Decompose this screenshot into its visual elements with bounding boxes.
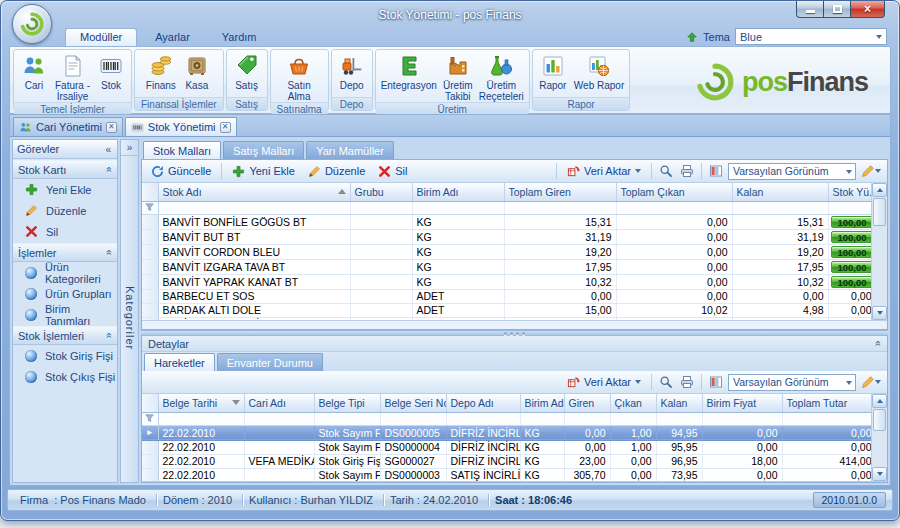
- scroll-up-icon[interactable]: [872, 183, 887, 197]
- expand-right-icon[interactable]: »: [121, 140, 138, 156]
- ribbon-button-rapor[interactable]: Rapor: [535, 52, 571, 91]
- ribbon-button-satin-alma[interactable]: Satın Alma: [281, 52, 317, 102]
- table-row[interactable]: ► BANVİT BONFİLE GÖGÜS BT KG 15,31 0,00 …: [142, 214, 871, 229]
- ribbon-button-finans[interactable]: Finans: [143, 52, 179, 91]
- restore-button[interactable]: [824, 1, 851, 18]
- sidebar-item-urun-kategorileri[interactable]: Ürün Kategorileri: [13, 262, 117, 283]
- sidebar-section-stok-karti[interactable]: Stok Kartı »: [13, 160, 117, 179]
- column-header-birim-adi[interactable]: Birim Adı: [520, 394, 564, 412]
- tab-hareketler[interactable]: Hareketler: [144, 353, 215, 371]
- tab-close-icon[interactable]: ✕: [106, 122, 117, 133]
- column-header-birim-adi[interactable]: Birim Adı: [412, 183, 504, 201]
- filter-cell[interactable]: [616, 201, 732, 214]
- ribbon-button-fatura-irsaliye[interactable]: Fatura - İrsaliye: [52, 52, 93, 102]
- customize-button[interactable]: [859, 374, 883, 390]
- filter-cell[interactable]: [446, 412, 520, 425]
- sidebar-item-stok-cikis-fisi[interactable]: Stok Çıkış Fişi: [13, 366, 117, 387]
- filter-cell[interactable]: [314, 412, 380, 425]
- print-button[interactable]: [678, 374, 696, 390]
- collapse-left-icon[interactable]: «: [103, 144, 113, 155]
- table-row[interactable]: ► BANVİT YAPRAK KANAT BT KG 10,32 0,00 1…: [142, 274, 871, 289]
- column-header-toplam-tutar[interactable]: Toplam Tutar: [782, 394, 871, 412]
- column-header-stok-adi[interactable]: Stok Adı: [158, 183, 350, 201]
- delete-button[interactable]: Sil: [373, 164, 412, 179]
- table-row[interactable]: ► BANVİT CORDON BLEU KG 19,20 0,00 19,20…: [142, 244, 871, 259]
- tab-close-icon[interactable]: ✕: [220, 122, 231, 133]
- minimize-button[interactable]: [796, 1, 824, 18]
- scroll-up-icon[interactable]: [872, 394, 887, 408]
- table-row[interactable]: ► BANVİT IZGARA TAVA BT KG 17,95 0,00 17…: [142, 259, 871, 274]
- tab-stok-mallari[interactable]: Stok Malları: [143, 141, 221, 159]
- filter-cell[interactable]: [350, 201, 412, 214]
- table-row[interactable]: ► BARDAK ALTI DOLE ADET 15,00 10,02 4,98…: [142, 303, 871, 317]
- ribbon-tab-ayarlar[interactable]: Ayarlar: [141, 29, 204, 46]
- filter-cell[interactable]: [244, 412, 314, 425]
- export-button[interactable]: Veri Aktar: [562, 375, 646, 390]
- filter-cell[interactable]: [520, 412, 564, 425]
- column-header-depo-adi[interactable]: Depo Adı: [446, 394, 520, 412]
- column-header-kalan[interactable]: Kalan: [732, 183, 828, 201]
- filter-cell[interactable]: [564, 412, 610, 425]
- sidebar-section-stok-islemleri[interactable]: Stok İşlemleri »: [13, 326, 117, 345]
- sidebar-item-birim-tanimlari[interactable]: Birim Tanımları: [13, 304, 117, 325]
- filter-cell[interactable]: [656, 412, 702, 425]
- column-header-cari-adi[interactable]: Cari Adı: [244, 394, 314, 412]
- filter-cell[interactable]: [158, 201, 350, 214]
- customize-button[interactable]: [859, 163, 883, 179]
- search-button[interactable]: [657, 374, 675, 390]
- collapse-up-icon[interactable]: »: [873, 341, 884, 347]
- print-button[interactable]: [678, 163, 696, 179]
- stock-filter-row[interactable]: [142, 201, 871, 214]
- ribbon-button-stok[interactable]: Stok: [93, 52, 129, 91]
- column-header-belge-tarihi[interactable]: Belge Tarihi: [158, 394, 244, 412]
- export-button[interactable]: Veri Aktar: [562, 164, 646, 179]
- ribbon-button-kasa[interactable]: Kasa: [179, 52, 215, 91]
- column-header-stok-yuzde[interactable]: Stok Yü...: [828, 183, 871, 201]
- doc-tab-stok-yonetimi[interactable]: Stok Yönetimi ✕: [125, 117, 237, 136]
- column-header-kalan[interactable]: Kalan: [656, 394, 702, 412]
- filter-cell[interactable]: [610, 412, 656, 425]
- table-row[interactable]: ► 22.02.2010 Stok Sayım Fişi DS0000005 D…: [142, 425, 871, 440]
- ribbon-tab-yardim[interactable]: Yardım: [208, 29, 271, 46]
- scrollbar-thumb[interactable]: [873, 409, 886, 431]
- collapsed-panel-kategoriler[interactable]: » Kategoriler: [120, 139, 139, 483]
- doc-tab-cari-yonetimi[interactable]: Cari Yönetimi ✕: [13, 117, 123, 136]
- filter-cell[interactable]: [412, 201, 504, 214]
- table-row[interactable]: ► BANVİT BUT BT KG 31,19 0,00 31,19 100,…: [142, 229, 871, 244]
- ribbon-tab-moduller[interactable]: Modüller: [65, 28, 137, 46]
- column-header-belge-tipi[interactable]: Belge Tipi: [314, 394, 380, 412]
- sidebar-item-stok-giris-fisi[interactable]: Stok Giriş Fişi: [13, 345, 117, 366]
- ribbon-button-web-rapor[interactable]: Web Rapor: [571, 52, 627, 91]
- filter-cell[interactable]: [158, 412, 244, 425]
- details-grid-scrollbar[interactable]: [871, 394, 887, 481]
- filter-cell[interactable]: [828, 201, 871, 214]
- search-button[interactable]: [657, 163, 675, 179]
- add-button[interactable]: Yeni Ekle: [227, 164, 299, 179]
- column-header-grubu[interactable]: Grubu: [350, 183, 412, 201]
- sidebar-item-urun-gruplari[interactable]: Ürün Grupları: [13, 283, 117, 304]
- filter-cell[interactable]: [702, 412, 782, 425]
- filter-cell[interactable]: [732, 201, 828, 214]
- column-header-toplam-giren[interactable]: Toplam Giren: [504, 183, 616, 201]
- sidebar-section-islemler[interactable]: İşlemler »: [13, 243, 117, 262]
- ribbon-button-uretim-takibi[interactable]: Üretim Takibi: [440, 52, 476, 102]
- table-row[interactable]: ► 22.02.2010 Stok Sayım Fişi DS0000004 D…: [142, 440, 871, 454]
- details-header[interactable]: Detaylar »: [142, 336, 887, 352]
- view-dropdown[interactable]: Varsayılan Görünüm: [728, 163, 856, 180]
- column-header-giren[interactable]: Giren: [564, 394, 610, 412]
- column-header-birim-fiyat[interactable]: Birim Fiyat: [702, 394, 782, 412]
- scroll-down-icon[interactable]: [872, 306, 887, 320]
- table-row[interactable]: ► 22.02.2010 Stok Sayım Fişi DS0000003 S…: [142, 468, 871, 481]
- table-row[interactable]: ► BARBECU ET SOS ADET 0,00 0,00 0,00 0,0…: [142, 289, 871, 303]
- column-header-toplam-cikan[interactable]: Toplam Çıkan: [616, 183, 732, 201]
- close-button[interactable]: ×: [851, 1, 885, 18]
- details-filter-row[interactable]: [142, 412, 871, 425]
- table-row[interactable]: ► 22.02.2010 VEFA MEDİKAL Stok Giriş Fiş…: [142, 454, 871, 468]
- filter-cell[interactable]: [782, 412, 871, 425]
- filter-cell[interactable]: [504, 201, 616, 214]
- stock-grid-scrollbar[interactable]: [871, 183, 887, 320]
- column-header-cikan[interactable]: Çıkan: [610, 394, 656, 412]
- layout-button[interactable]: [707, 163, 725, 179]
- ribbon-button-satis[interactable]: Satış: [229, 52, 265, 91]
- sidebar-item-duzenle[interactable]: Düzenle: [13, 200, 117, 221]
